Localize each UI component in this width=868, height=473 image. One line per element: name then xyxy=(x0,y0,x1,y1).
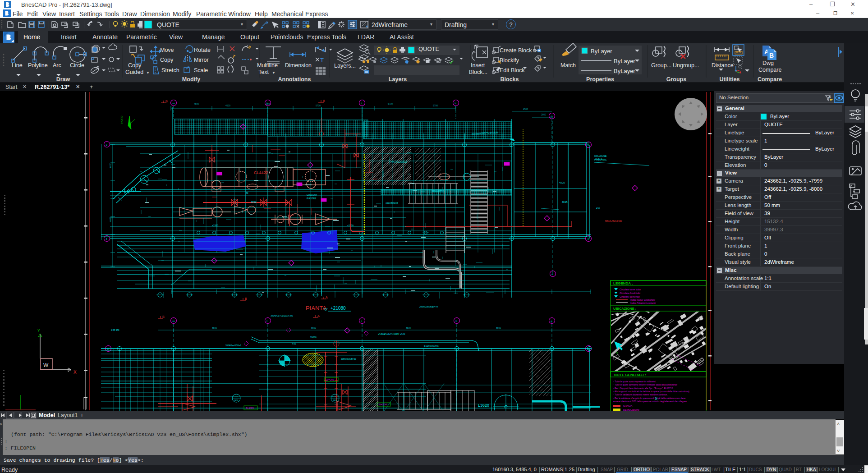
svg-text:d: d xyxy=(551,115,552,118)
svg-text:i: i xyxy=(361,320,362,322)
svg-text:L3620: L3620 xyxy=(478,403,489,408)
svg-text:B: B xyxy=(245,297,247,300)
svg-text:NORD: NORD xyxy=(120,115,123,124)
svg-text:4: 4 xyxy=(106,238,108,240)
svg-text:5700: 5700 xyxy=(433,104,438,107)
svg-text:4500: 4500 xyxy=(523,108,528,110)
svg-text:PIASTRE: PIASTRE xyxy=(307,197,317,200)
svg-text:5700: 5700 xyxy=(388,102,393,105)
svg-text:8500: 8500 xyxy=(311,326,316,329)
svg-text:NOTE GENERALI :: NOTE GENERALI : xyxy=(614,373,646,377)
svg-text:PIANTA: PIANTA xyxy=(306,305,326,312)
svg-text:L422: L422 xyxy=(332,395,337,398)
svg-text:100x/600/34: 100x/600/34 xyxy=(386,202,398,204)
svg-text:d: d xyxy=(552,273,553,276)
svg-text:X: X xyxy=(73,370,77,375)
svg-text:- Altri supporti non indicati: - Altri supporti non indicati da definir… xyxy=(613,390,690,393)
svg-text:3: 3 xyxy=(588,144,589,147)
svg-text:8500: 8500 xyxy=(496,326,501,329)
svg-text:Indico nuove Costruzioni: Indico nuove Costruzioni xyxy=(630,298,655,301)
svg-text:39/200: 39/200 xyxy=(310,336,317,339)
svg-text:- Per i Supporti fare riferime: - Per i Supporti fare riferimento alla S… xyxy=(613,387,674,390)
svg-text:W/G: W/G xyxy=(333,399,337,401)
svg-text:255n/Cat/60/8+6: 255n/Cat/60/8+6 xyxy=(390,161,407,164)
svg-text:CL4422: CL4422 xyxy=(254,170,268,175)
svg-text:h: h xyxy=(456,320,457,322)
svg-text:l: l xyxy=(267,102,267,105)
svg-text:4500: 4500 xyxy=(194,102,199,105)
svg-text:- Tutte le quote sono espresse: - Tutte le quote sono espresse in millim… xyxy=(613,380,656,383)
svg-text:200m/Cass/60p/4+m: 200m/Cass/60p/4+m xyxy=(419,306,438,308)
svg-text:i: i xyxy=(361,102,362,105)
svg-text:g: g xyxy=(551,320,552,322)
svg-text:Circolare fondi tubi: Circolare fondi tubi xyxy=(620,292,640,294)
svg-text:S=204: S=204 xyxy=(379,403,387,406)
svg-text:W/G: W/G xyxy=(234,399,238,401)
svg-text:4: 4 xyxy=(588,238,589,240)
svg-text:LEGENDA :: LEGENDA : xyxy=(613,281,633,285)
svg-text:m: m xyxy=(173,102,175,105)
svg-text:B: B xyxy=(162,315,165,318)
svg-text:+21080: +21080 xyxy=(331,306,346,311)
svg-text:40/92: 40/92 xyxy=(251,201,257,203)
svg-text:Y: Y xyxy=(37,328,40,333)
svg-text:40/25: 40/25 xyxy=(559,181,565,184)
svg-text:A: A xyxy=(317,314,320,317)
svg-text:1 BP 450: 1 BP 450 xyxy=(111,329,119,331)
svg-text:B: B xyxy=(165,100,168,103)
svg-text:essere inferiore al 0/70 dello: essere inferiore al 0/70 dello spessore … xyxy=(613,400,687,403)
svg-text:x: x xyxy=(0,422,2,426)
svg-text:N: N xyxy=(616,351,618,354)
svg-text:5700: 5700 xyxy=(316,104,321,107)
svg-text:3: 3 xyxy=(106,143,108,146)
svg-text:4500: 4500 xyxy=(225,104,230,107)
svg-text:20M.03x/GB/F30: 20M.03x/GB/F30 xyxy=(341,358,357,360)
svg-text:A: A xyxy=(326,296,328,299)
svg-text:40/25: 40/25 xyxy=(562,201,568,203)
svg-text:- Per le saldature d'angolo lo: - Per le saldature d'angolo lo spessore … xyxy=(613,397,685,400)
svg-text:A: A xyxy=(323,99,325,102)
svg-text:S=203: S=203 xyxy=(246,407,254,409)
svg-text:80: 80 xyxy=(246,192,248,194)
svg-text:2004/Gas/60/8+6: 2004/Gas/60/8+6 xyxy=(225,344,241,347)
svg-text:S=201: S=201 xyxy=(326,378,335,381)
svg-text:COLLOUSE: COLLOUSE xyxy=(594,155,607,157)
svg-text:8500: 8500 xyxy=(406,326,411,329)
svg-text:h: h xyxy=(455,102,456,105)
svg-text:- Tutte le quote dovranno esse: - Tutte le quote dovranno essere verific… xyxy=(613,383,677,386)
svg-text:436: 436 xyxy=(596,207,600,210)
svg-text:- Tutte le saldature dovranno: - Tutte le saldature dovranno essere san… xyxy=(613,393,668,396)
svg-text:2004/GI2/930/F200: 2004/GI2/930/F200 xyxy=(378,332,405,335)
svg-text:l: l xyxy=(267,320,267,322)
svg-text:Indico Tubazioni esistenti: Indico Tubazioni esistenti xyxy=(630,302,656,304)
svg-text:8500: 8500 xyxy=(212,326,217,329)
svg-text:6000: 6000 xyxy=(109,163,112,168)
svg-text:Circolare aree tubo: Circolare aree tubo xyxy=(620,288,641,291)
svg-text:2800: 2800 xyxy=(541,113,546,116)
svg-text:MSy/LAS/13/150: MSy/LAS/13/150 xyxy=(605,220,622,222)
svg-text:Circolare generico: Circolare generico xyxy=(620,295,640,298)
svg-text:m: m xyxy=(173,320,175,322)
svg-text:W: W xyxy=(43,362,49,368)
svg-text:3004y/GL+GL/13G/F300: 3004y/GL+GL/13G/F300 xyxy=(271,315,293,317)
svg-text:B: B xyxy=(769,52,774,59)
svg-text:UBICAZIONE :: UBICAZIONE : xyxy=(613,307,636,311)
svg-text:PIASLANTE: PIASLANTE xyxy=(594,158,607,161)
svg-text:F.02: F.02 xyxy=(292,343,296,345)
svg-text:NUOVO: NUOVO xyxy=(623,405,633,408)
svg-text:L422: L422 xyxy=(234,395,238,398)
svg-text:4460: 4460 xyxy=(109,217,112,222)
svg-text:P.04/930/60/200: P.04/930/60/200 xyxy=(424,345,439,348)
svg-text:T: T xyxy=(320,57,324,64)
